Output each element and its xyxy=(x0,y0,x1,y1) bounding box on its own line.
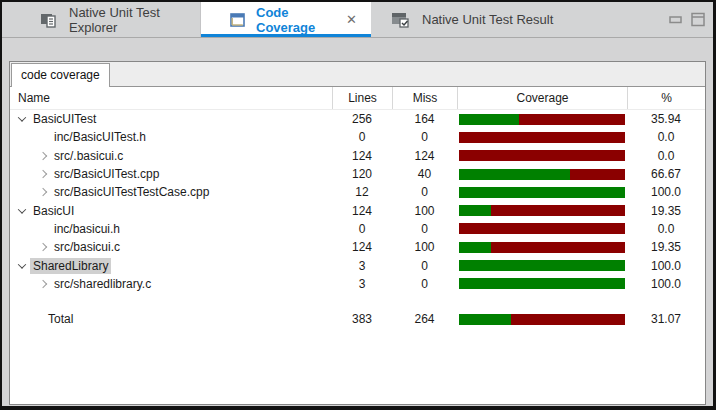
expander-icon[interactable] xyxy=(39,151,47,159)
column-header-name[interactable]: Name xyxy=(10,87,332,109)
row-miss: 0 xyxy=(392,277,457,291)
coverage-bar xyxy=(459,314,625,325)
tab-code-coverage[interactable]: Code Coverage ✕ xyxy=(201,2,371,37)
row-lines: 3 xyxy=(332,259,392,273)
table-row[interactable]: src/sharedlibrary.c 3 0 100.0 xyxy=(10,275,705,293)
coverage-bar xyxy=(459,205,625,216)
code-coverage-icon xyxy=(230,13,245,27)
row-percent: 0.0 xyxy=(627,149,705,163)
total-label: Total xyxy=(48,312,73,326)
total-percent: 31.07 xyxy=(627,312,705,326)
row-lines: 120 xyxy=(332,167,392,181)
coverage-bar xyxy=(459,114,625,125)
table-row[interactable]: src/basicui.c 124 100 19.35 xyxy=(10,238,705,256)
panel-tab-code-coverage[interactable]: code coverage xyxy=(11,63,110,87)
coverage-bar-covered xyxy=(459,187,625,198)
expander-icon[interactable] xyxy=(39,280,47,288)
float-window-icon[interactable] xyxy=(691,12,705,27)
coverage-bar-covered xyxy=(459,205,491,216)
tab-label: Native Unit Test Explorer xyxy=(69,5,200,35)
coverage-bar xyxy=(459,278,625,289)
tab-label: Code Coverage xyxy=(256,5,344,35)
code-coverage-tool-window: Native Unit Test Explorer Code Coverage … xyxy=(0,0,716,410)
table-row[interactable]: inc/BasicUITest.h 0 0 0.0 xyxy=(10,128,705,146)
coverage-bar-covered xyxy=(459,114,519,125)
row-percent: 100.0 xyxy=(627,259,705,273)
row-percent: 0.0 xyxy=(627,222,705,236)
table-row[interactable]: src/BasicUITest.cpp 120 40 66.67 xyxy=(10,165,705,183)
row-name: src/basicui.c xyxy=(51,239,123,255)
column-header-miss[interactable]: Miss xyxy=(392,87,457,109)
table-row[interactable]: inc/basicui.h 0 0 0.0 xyxy=(10,220,705,238)
row-lines: 124 xyxy=(332,149,392,163)
row-name: src/.basicui.c xyxy=(51,148,126,164)
row-lines: 0 xyxy=(332,130,392,144)
row-lines: 12 xyxy=(332,185,392,199)
row-name: src/sharedlibrary.c xyxy=(51,276,154,292)
row-name: inc/basicui.h xyxy=(51,221,123,237)
row-percent: 100.0 xyxy=(627,277,705,291)
minimize-icon[interactable] xyxy=(669,15,682,24)
row-miss: 40 xyxy=(392,167,457,181)
row-name: SharedLibrary xyxy=(30,258,111,274)
row-name: src/BasicUITestTestCase.cpp xyxy=(51,184,212,200)
coverage-table: Name Lines Miss Coverage % BasicUITest 2… xyxy=(10,87,705,404)
coverage-bar xyxy=(459,260,625,271)
table-row[interactable]: BasicUITest 256 164 35.94 xyxy=(10,110,705,128)
row-percent: 0.0 xyxy=(627,130,705,144)
coverage-bar xyxy=(459,150,625,161)
coverage-bar-covered xyxy=(459,169,570,180)
row-miss: 0 xyxy=(392,259,457,273)
test-explorer-icon xyxy=(40,12,58,28)
tab-native-unit-test-result[interactable]: Native Unit Test Result xyxy=(371,2,577,37)
row-name: BasicUI xyxy=(30,203,77,219)
row-miss: 0 xyxy=(392,222,457,236)
row-miss: 0 xyxy=(392,130,457,144)
row-percent: 19.35 xyxy=(627,204,705,218)
expander-icon[interactable] xyxy=(39,170,47,178)
tab-native-unit-test-explorer[interactable]: Native Unit Test Explorer xyxy=(2,2,201,37)
empty-area xyxy=(10,328,705,404)
window-controls xyxy=(669,2,713,37)
row-name: inc/BasicUITest.h xyxy=(51,129,149,145)
row-name: src/BasicUITest.cpp xyxy=(51,166,162,182)
coverage-bar-covered xyxy=(459,260,625,271)
row-name: BasicUITest xyxy=(30,111,99,127)
row-percent: 19.35 xyxy=(627,240,705,254)
tab-bar: Native Unit Test Explorer Code Coverage … xyxy=(2,2,713,38)
table-row[interactable]: SharedLibrary 3 0 100.0 xyxy=(10,256,705,274)
column-header-lines[interactable]: Lines xyxy=(332,87,392,109)
close-tab-icon[interactable]: ✕ xyxy=(344,11,359,28)
panel-tab-strip: code coverage xyxy=(10,62,705,87)
table-row[interactable]: src/.basicui.c 124 124 0.0 xyxy=(10,147,705,165)
coverage-bar xyxy=(459,169,625,180)
expander-icon[interactable] xyxy=(39,243,47,251)
coverage-bar-covered xyxy=(459,278,625,289)
row-miss: 0 xyxy=(392,185,457,199)
table-row[interactable]: src/BasicUITestTestCase.cpp 12 0 100.0 xyxy=(10,183,705,201)
row-lines: 124 xyxy=(332,240,392,254)
expander-icon[interactable] xyxy=(18,205,26,213)
row-miss: 100 xyxy=(392,240,457,254)
spacer-row xyxy=(10,293,705,310)
row-lines: 3 xyxy=(332,277,392,291)
expander-icon[interactable] xyxy=(18,260,26,268)
row-miss: 124 xyxy=(392,149,457,163)
row-lines: 256 xyxy=(332,112,392,126)
tab-label: Native Unit Test Result xyxy=(422,12,553,27)
row-lines: 0 xyxy=(332,222,392,236)
toolwindow-background xyxy=(2,38,713,61)
expander-icon[interactable] xyxy=(18,113,26,121)
column-header-coverage[interactable]: Coverage xyxy=(457,87,627,109)
total-lines: 383 xyxy=(332,312,392,326)
table-row[interactable]: BasicUI 124 100 19.35 xyxy=(10,201,705,219)
row-lines: 124 xyxy=(332,204,392,218)
table-header: Name Lines Miss Coverage % xyxy=(10,87,705,110)
expander-icon[interactable] xyxy=(39,188,47,196)
column-header-percent[interactable]: % xyxy=(627,87,705,109)
row-percent: 100.0 xyxy=(627,185,705,199)
row-miss: 164 xyxy=(392,112,457,126)
table-row-total[interactable]: Total 383 264 31.07 xyxy=(10,310,705,328)
coverage-bar-covered xyxy=(459,314,511,325)
code-coverage-panel: code coverage Name Lines Miss Coverage %… xyxy=(9,61,706,405)
